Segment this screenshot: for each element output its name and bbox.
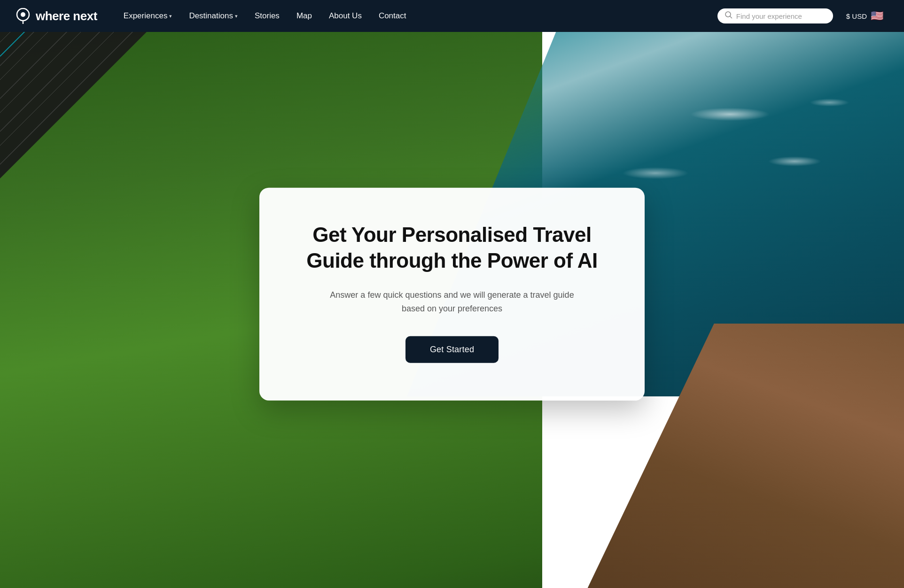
chevron-down-icon: ▾ [235,13,238,19]
nav-about-us[interactable]: About Us [321,8,369,24]
currency-selector[interactable]: $ USD 🇺🇸 [841,7,889,25]
nav-contact[interactable]: Contact [371,8,414,24]
get-started-button[interactable]: Get Started [405,336,499,363]
svg-point-23 [21,12,25,17]
logo-text: where next [36,9,97,23]
nav-stories[interactable]: Stories [247,8,287,24]
hero-subtitle: Answer a few quick questions and we will… [325,288,579,316]
search-container [717,8,833,23]
flag-icon: 🇺🇸 [871,10,883,22]
search-icon [725,11,733,21]
site-logo[interactable]: where next [15,8,97,24]
nav-experiences[interactable]: Experiences ▾ [116,8,180,24]
nav-map[interactable]: Map [289,8,320,24]
nav-destinations[interactable]: Destinations ▾ [181,8,245,24]
navigation: where next Experiences ▾ Destinations ▾ … [0,0,904,32]
nav-links: Experiences ▾ Destinations ▾ Stories Map… [116,8,717,24]
hero-title: Get Your Personalised Travel Guide throu… [297,222,607,273]
currency-label: $ USD [846,12,867,20]
hero-card: Get Your Personalised Travel Guide throu… [259,188,645,401]
logo-pin-icon [15,8,31,24]
chevron-down-icon: ▾ [169,13,172,19]
search-input[interactable] [736,12,826,20]
svg-line-26 [730,16,732,18]
